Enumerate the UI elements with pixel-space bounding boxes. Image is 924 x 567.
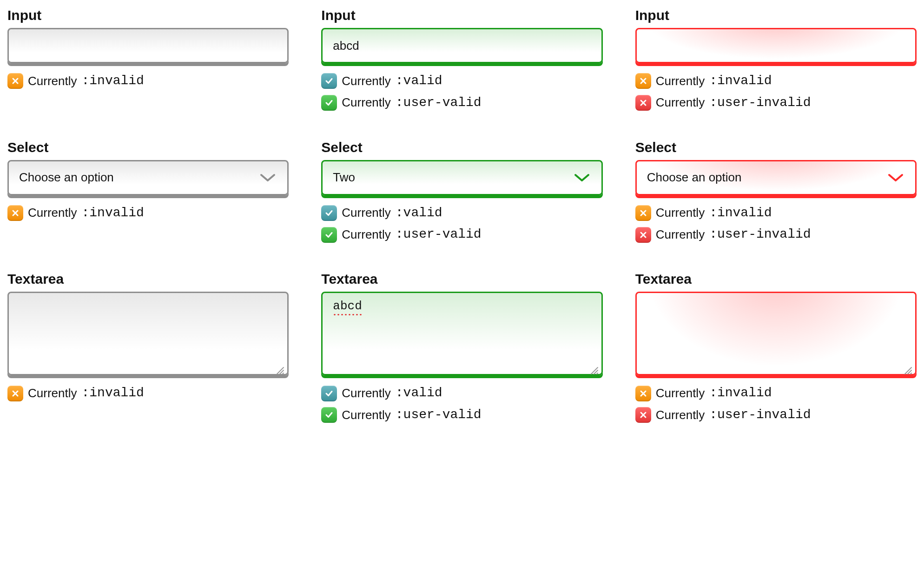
input-cell-untouched: Input Currently :invalid [7,7,289,113]
textarea-cell-untouched: Textarea Currently :invalid [7,271,289,426]
select-cell-invalid: Select Choose an option Currently :inval… [635,140,917,246]
status-pseudo: :user-valid [396,405,482,426]
status-prefix: Currently [342,384,390,403]
status-line: Currently :invalid [635,71,917,92]
status-prefix: Currently [342,93,390,113]
status-line: Currently :user-invalid [635,405,917,426]
status-prefix: Currently [656,406,705,425]
chevron-down-icon [258,172,277,183]
textarea-input[interactable]: abcd [321,292,602,375]
check-green-icon [321,407,337,423]
resize-grip-icon[interactable] [590,364,599,372]
field-label: Select [7,140,289,155]
x-orange-icon [635,73,651,89]
status-line: Currently :user-invalid [635,93,917,113]
textarea-value: abcd [333,300,362,313]
spellcheck-underline-icon [333,314,362,316]
status-pseudo: :invalid [81,383,144,404]
x-orange-icon [7,386,23,401]
check-teal-icon [321,205,337,221]
input-cell-invalid: Input Currently :invalid Currently :user… [635,7,917,113]
status-line: Currently :valid [321,71,602,92]
x-orange-icon [635,386,651,401]
field-label: Select [635,140,917,155]
x-orange-icon [635,205,651,221]
field-label: Textarea [321,271,602,287]
status-pseudo: :user-invalid [709,224,811,245]
text-input[interactable] [635,28,917,63]
status-pseudo: :invalid [709,71,772,92]
select-cell-valid: Select Two Currently :valid Currently :u… [321,140,602,246]
text-input[interactable]: abcd [321,28,602,63]
x-orange-icon [7,73,23,89]
textarea-input[interactable] [635,292,917,375]
status-pseudo: :valid [396,71,442,92]
x-red-icon [635,95,651,111]
select-input[interactable]: Choose an option [7,160,289,195]
text-input[interactable] [7,28,289,63]
status-prefix: Currently [342,203,390,223]
status-line: Currently :valid [321,203,602,224]
status-prefix: Currently [342,225,390,245]
status-pseudo: :invalid [709,383,772,404]
status-prefix: Currently [28,72,77,91]
resize-grip-icon[interactable] [904,364,912,372]
check-teal-icon [321,73,337,89]
status-prefix: Currently [656,93,705,113]
select-cell-untouched: Select Choose an option Currently :inval… [7,140,289,246]
status-line: Currently :user-valid [321,224,602,245]
status-pseudo: :user-valid [396,93,482,113]
status-prefix: Currently [656,203,705,223]
input-value: abcd [333,39,359,53]
status-line: Currently :invalid [7,203,289,224]
x-orange-icon [7,205,23,221]
status-pseudo: :user-invalid [709,405,811,426]
textarea-cell-invalid: Textarea Currently :invalid Currently :u… [635,271,917,426]
status-line: Currently :user-valid [321,93,602,113]
field-label: Input [635,7,917,23]
chevron-down-icon [573,172,591,183]
status-pseudo: :invalid [81,71,144,92]
status-pseudo: :valid [396,383,442,404]
chevron-down-icon [886,172,905,183]
field-label: Input [321,7,602,23]
input-cell-valid: Input abcd Currently :valid Currently :u… [321,7,602,113]
field-label: Input [7,7,289,23]
field-label: Select [321,140,602,155]
status-line: Currently :user-invalid [635,224,917,245]
status-pseudo: :invalid [709,203,772,224]
field-label: Textarea [635,271,917,287]
status-pseudo: :user-invalid [709,93,811,113]
select-value: Two [333,170,355,185]
status-line: Currently :user-valid [321,405,602,426]
status-line: Currently :invalid [7,383,289,404]
form-validity-grid: Input Currently :invalid Input abcd Curr… [7,7,917,426]
check-teal-icon [321,386,337,401]
x-red-icon [635,407,651,423]
status-pseudo: :user-valid [396,224,482,245]
status-prefix: Currently [342,406,390,425]
status-pseudo: :valid [396,203,442,224]
status-prefix: Currently [28,384,77,403]
select-value: Choose an option [647,170,742,185]
status-line: Currently :valid [321,383,602,404]
select-input[interactable]: Two [321,160,602,195]
field-label: Textarea [7,271,289,287]
status-pseudo: :invalid [81,203,144,224]
textarea-input[interactable] [7,292,289,375]
status-line: Currently :invalid [635,203,917,224]
status-line: Currently :invalid [635,383,917,404]
textarea-cell-valid: Textarea abcd Currently :valid Currently… [321,271,602,426]
status-prefix: Currently [656,72,705,91]
status-prefix: Currently [656,384,705,403]
status-prefix: Currently [28,203,77,223]
check-green-icon [321,227,337,243]
resize-grip-icon[interactable] [276,364,284,372]
status-line: Currently :invalid [7,71,289,92]
select-value: Choose an option [19,170,114,185]
status-prefix: Currently [342,72,390,91]
select-input[interactable]: Choose an option [635,160,917,195]
status-prefix: Currently [656,225,705,245]
check-green-icon [321,95,337,111]
x-red-icon [635,227,651,243]
